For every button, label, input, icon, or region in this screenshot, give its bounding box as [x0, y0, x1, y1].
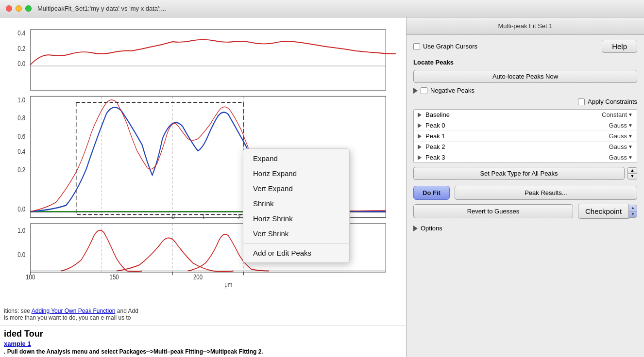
peak3-dropdown-arrow: ▼	[628, 155, 633, 160]
svg-rect-1	[31, 30, 386, 90]
svg-text:0.2: 0.2	[17, 45, 25, 52]
negative-peaks-triangle[interactable]	[413, 88, 418, 94]
peaks-table: Baseline Constant ▼ Peak 0 Gauss ▼	[413, 109, 637, 163]
svg-text:2: 2	[237, 213, 240, 221]
checkpoint-stepper: ▲ ▼	[629, 205, 637, 218]
set-peak-type-stepper: ▲ ▼	[627, 167, 637, 179]
top-graph: 0.4 0.2 0.0	[17, 30, 396, 90]
peak2-type-dropdown[interactable]: Gauss ▼	[609, 143, 633, 150]
svg-text:0: 0	[171, 213, 174, 221]
context-menu-item-horiz-shrink[interactable]: Horiz Shrink	[243, 211, 349, 226]
auto-locate-button[interactable]: Auto-locate Peaks Now	[413, 70, 637, 83]
svg-text:0.0: 0.0	[17, 251, 25, 259]
checkpoint-stepper-down[interactable]: ▼	[629, 211, 637, 217]
close-button[interactable]	[6, 5, 12, 12]
svg-text:1.0: 1.0	[17, 227, 25, 234]
window-title: MultipeakFit_Set1:'my y data' vs 'my x d…	[37, 5, 166, 12]
context-menu-item-vert-shrink[interactable]: Vert Shrink	[243, 226, 349, 241]
peak1-type-dropdown[interactable]: Gauss ▼	[609, 132, 633, 140]
right-panel-title-text: Multi-peak Fit Set 1	[498, 22, 553, 30]
baseline-expand-triangle[interactable]	[418, 113, 422, 117]
peak2-type-label: Gauss	[609, 143, 627, 150]
context-menu-separator	[243, 243, 349, 243]
peak-name-baseline: Baseline	[425, 111, 598, 118]
apply-constraints-label: Apply Constraints	[588, 98, 637, 105]
svg-text:0.6: 0.6	[17, 133, 25, 140]
svg-text:μm: μm	[224, 281, 232, 289]
svg-text:0.4: 0.4	[17, 30, 25, 37]
notes-text1b: and Add	[115, 308, 138, 314]
peak1-type-label: Gauss	[609, 132, 627, 140]
revert-button[interactable]: Revert to Guesses	[413, 204, 573, 218]
peak-results-button[interactable]: Peak Results...	[455, 186, 637, 200]
checkpoint-stepper-up[interactable]: ▲	[629, 205, 637, 211]
baseline-type-dropdown[interactable]: Constant ▼	[602, 111, 633, 118]
svg-text:150: 150	[110, 274, 119, 281]
peak0-type-dropdown[interactable]: Gauss ▼	[609, 122, 633, 129]
peak0-expand-triangle[interactable]	[418, 123, 422, 128]
apply-constraints-row: Apply Constraints	[413, 98, 637, 105]
set-peak-type-button[interactable]: Set Peak Type for All Peaks	[413, 167, 625, 180]
main-content: 0.4 0.2 0.0 1.0 0.8 0.6 0.4 0.2 0.0	[0, 17, 644, 357]
svg-text:1: 1	[202, 213, 205, 221]
options-triangle[interactable]	[413, 226, 418, 231]
svg-text:0.0: 0.0	[17, 60, 25, 67]
context-menu-item-shrink[interactable]: Shrink	[243, 196, 349, 211]
negative-peaks-checkbox[interactable]	[421, 87, 427, 94]
peak-row-1: Peak 1 Gauss ▼	[414, 131, 637, 142]
baseline-dropdown-arrow: ▼	[628, 112, 633, 117]
checkpoint-container: Checkpoint ▲ ▼	[578, 204, 637, 219]
options-label: Options	[421, 225, 442, 232]
guided-tour-section: ided Tour xample 1 . Pull down the Analy…	[0, 325, 406, 357]
use-graph-cursors-row: Use Graph Cursors	[413, 43, 477, 50]
link-own-peak[interactable]: Adding Your Own Peak Function	[32, 308, 116, 314]
minimize-button[interactable]	[16, 5, 22, 12]
stepper-up[interactable]: ▲	[628, 168, 637, 174]
context-menu-item-add-edit-peaks[interactable]: Add or Edit Peaks	[243, 245, 349, 260]
peak2-expand-triangle[interactable]	[418, 145, 422, 149]
use-graph-cursors-label: Use Graph Cursors	[423, 43, 477, 50]
peak-name-0: Peak 0	[425, 122, 605, 129]
peak1-dropdown-arrow: ▼	[628, 133, 633, 139]
peak-row-2: Peak 2 Gauss ▼	[414, 142, 637, 152]
right-panel: Multi-peak Fit Set 1 Use Graph Cursors H…	[406, 17, 644, 357]
set-peak-type-row: Set Peak Type for All Peaks ▲ ▼	[413, 167, 637, 180]
step-bullet: .	[4, 348, 7, 355]
negative-peaks-row: Negative Peaks	[413, 87, 637, 94]
checkpoint-button[interactable]: Checkpoint	[578, 204, 629, 219]
peak3-type-dropdown[interactable]: Gauss ▼	[609, 154, 633, 161]
revert-checkpoint-row: Revert to Guesses Checkpoint ▲ ▼	[413, 204, 637, 219]
svg-text:200: 200	[193, 274, 203, 281]
example-title[interactable]: xample 1	[4, 340, 402, 347]
titlebar: MultipeakFit_Set1:'my y data' vs 'my x d…	[0, 0, 644, 17]
svg-text:0.8: 0.8	[17, 115, 25, 122]
peak-row-0: Peak 0 Gauss ▼	[414, 120, 637, 131]
peak2-dropdown-arrow: ▼	[628, 144, 633, 149]
use-graph-cursors-checkbox[interactable]	[413, 43, 420, 50]
peak0-type-label: Gauss	[609, 122, 627, 129]
negative-peaks-label: Negative Peaks	[430, 87, 475, 94]
notes-text2: is more than you want to do, you can e-m…	[4, 314, 131, 321]
context-menu-item-horiz-expand[interactable]: Horiz Expand	[243, 166, 349, 181]
right-panel-body: Use Graph Cursors Help Locate Peaks Auto…	[407, 35, 644, 357]
example-title-text: xample 1	[4, 340, 31, 347]
svg-text:0.2: 0.2	[17, 166, 25, 174]
apply-constraints-checkbox[interactable]	[578, 98, 585, 105]
context-menu-item-vert-expand[interactable]: Vert Expand	[243, 181, 349, 196]
do-fit-button[interactable]: Do Fit	[413, 186, 450, 200]
peak-name-2: Peak 2	[425, 143, 605, 150]
context-menu: Expand Horiz Expand Vert Expand Shrink H…	[243, 148, 350, 263]
peak3-type-label: Gauss	[609, 154, 627, 161]
maximize-button[interactable]	[25, 5, 32, 12]
svg-text:0.0: 0.0	[17, 206, 25, 213]
guided-tour-title: ided Tour	[4, 329, 402, 339]
stepper-down[interactable]: ▼	[628, 174, 637, 179]
peak1-expand-triangle[interactable]	[418, 134, 422, 139]
notes-area: itions: see Adding Your Own Peak Functio…	[0, 306, 406, 323]
peak3-expand-triangle[interactable]	[418, 155, 422, 160]
context-menu-item-expand[interactable]: Expand	[243, 151, 349, 166]
svg-text:1.0: 1.0	[17, 97, 25, 104]
example-step: . Pull down the Analysis menu and select…	[4, 348, 402, 355]
help-button[interactable]: Help	[602, 40, 637, 53]
peak0-dropdown-arrow: ▼	[628, 123, 633, 128]
